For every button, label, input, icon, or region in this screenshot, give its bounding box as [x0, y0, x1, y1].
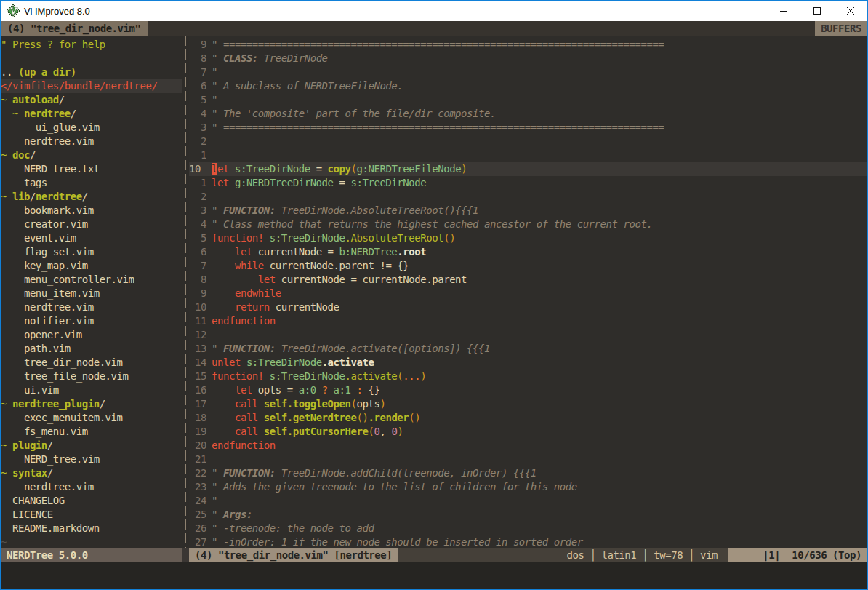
code-line[interactable]: 10 return currentNode [189, 300, 867, 314]
line-text: ~ lib/nerdtree/ [1, 190, 88, 204]
code-line[interactable]: 18 call self.getNerdtree().render() [189, 411, 867, 425]
tree-item[interactable]: .. (up a dir) [1, 65, 182, 79]
tree-item[interactable]: ~ autoload/ [1, 93, 182, 107]
code-line[interactable]: 23" Adds the given treenode to the list … [189, 480, 867, 494]
code-line[interactable]: 11endfunction [189, 314, 867, 328]
tree-item[interactable]: fs_menu.vim [1, 425, 182, 439]
cursor-block: l [212, 163, 217, 175]
line-text: " Adds the given treenode to the list of… [212, 480, 577, 494]
tree-item[interactable]: tags [1, 176, 182, 190]
code-line[interactable]: 13" FUNCTION: TreeDirNode.activate([opti… [189, 342, 867, 356]
tree-item[interactable]: LICENCE [1, 508, 182, 522]
nerdtree-panel[interactable]: " Press ? for help.. (up a dir)</vimfile… [1, 36, 182, 548]
code-line[interactable]: 9 endwhile [189, 287, 867, 300]
line-text: while currentNode.parent != {} [212, 259, 409, 273]
line-text: let opts = a:0 ? a:1 : {} [212, 383, 379, 397]
tree-item[interactable]: ~ lib/nerdtree/ [1, 190, 182, 204]
line-number: 8 [189, 52, 206, 65]
editor-panel[interactable]: 9" =====================================… [189, 36, 867, 548]
code-line[interactable]: 17 call self.toggleOpen(opts) [189, 397, 867, 411]
line-text: CHANGELOG [1, 494, 65, 508]
code-line[interactable]: 7 while currentNode.parent != {} [189, 259, 867, 273]
line-text: " CLASS: TreeDirNode [212, 52, 328, 65]
tree-item[interactable]: ~ [1, 535, 182, 548]
nerdtree-statusline: NERDTree 5.0.0 [1, 548, 182, 562]
tree-item[interactable]: path.vim [1, 342, 182, 356]
close-button[interactable] [834, 1, 867, 21]
code-line[interactable]: 3" =====================================… [189, 121, 867, 135]
line-text: endfunction [212, 314, 276, 328]
tree-item[interactable]: ~ nerdtree/ [1, 107, 182, 121]
tree-item[interactable]: key_map.vim [1, 259, 182, 273]
line-text: exec_menuitem.vim [1, 411, 123, 425]
code-line[interactable]: 1let g:NERDTreeDirNode = s:TreeDirNode [189, 176, 867, 190]
code-line[interactable]: 2 [189, 190, 867, 204]
code-line[interactable]: 24" [189, 494, 867, 508]
tree-item[interactable] [1, 52, 182, 65]
line-text: event.vim [1, 231, 76, 245]
tree-item[interactable]: event.vim [1, 231, 182, 245]
code-line[interactable]: 19 call self.putCursorHere(0, 0) [189, 425, 867, 439]
code-line[interactable]: 20endfunction [189, 439, 867, 453]
tab-tree-dir-node[interactable]: (4) "tree_dir_node.vim" [1, 21, 148, 36]
code-line[interactable]: 21 [189, 453, 867, 466]
window-separator[interactable] [182, 36, 189, 548]
tree-item[interactable]: nerdtree.vim [1, 480, 182, 494]
minimize-button[interactable] [767, 1, 800, 21]
titlebar[interactable]: Vi IMproved 8.0 [1, 1, 867, 21]
tree-item[interactable]: ui_glue.vim [1, 121, 182, 135]
code-line[interactable]: 9" =====================================… [189, 38, 867, 52]
tree-item[interactable]: </vimfiles/bundle/nerdtree/ [1, 79, 182, 93]
maximize-button[interactable] [800, 1, 834, 21]
tree-item[interactable]: CHANGELOG [1, 494, 182, 508]
tree-item[interactable]: ~ doc/ [1, 148, 182, 162]
code-line[interactable]: 6 let currentNode = b:NERDTree.root [189, 245, 867, 259]
command-line[interactable] [1, 562, 867, 589]
tree-item[interactable]: ui.vim [1, 383, 182, 397]
line-text: endfunction [212, 439, 276, 453]
code-line[interactable]: 4" The 'composite' part of the file/dir … [189, 107, 867, 121]
tree-item[interactable]: NERD_tree.txt [1, 162, 182, 176]
code-line[interactable]: 15function! s:TreeDirNode.activate(...) [189, 370, 867, 383]
line-text: README.markdown [1, 522, 100, 535]
tree-item[interactable]: ~ nerdtree_plugin/ [1, 397, 182, 411]
tree-item[interactable]: tree_file_node.vim [1, 370, 182, 383]
tree-item[interactable]: ~ plugin/ [1, 439, 182, 453]
tree-item[interactable]: flag_set.vim [1, 245, 182, 259]
code-line[interactable]: 2 [189, 135, 867, 148]
code-line[interactable]: 26" -treenode: the node to add [189, 522, 867, 535]
code-line[interactable]: 8" CLASS: TreeDirNode [189, 52, 867, 65]
code-line[interactable]: 25" Args: [189, 508, 867, 522]
tree-item[interactable]: notifier.vim [1, 314, 182, 328]
code-line[interactable]: 5function! s:TreeDirNode.AbsoluteTreeRoo… [189, 231, 867, 245]
tree-item[interactable]: nerdtree.vim [1, 300, 182, 314]
code-line[interactable]: 12 [189, 328, 867, 342]
tree-item[interactable]: bookmark.vim [1, 204, 182, 218]
code-line[interactable]: 6" A subclass of NERDTreeFileNode. [189, 79, 867, 93]
code-line[interactable]: 10let s:TreeDirNode = copy(g:NERDTreeFil… [189, 162, 867, 176]
line-text: ui_glue.vim [1, 121, 100, 135]
tree-item[interactable]: ~ syntax/ [1, 466, 182, 480]
tree-item[interactable]: creator.vim [1, 218, 182, 231]
code-line[interactable]: 5" [189, 93, 867, 107]
code-line[interactable]: 27" -inOrder: 1 if the new node should b… [189, 535, 867, 548]
tree-item[interactable]: tree_dir_node.vim [1, 356, 182, 370]
tree-item[interactable]: menu_item.vim [1, 287, 182, 300]
code-line[interactable]: 16 let opts = a:0 ? a:1 : {} [189, 383, 867, 397]
code-line[interactable]: 4" Class method that returns the highest… [189, 218, 867, 231]
line-number: 27 [189, 535, 206, 548]
code-line[interactable]: 3" FUNCTION: TreeDirNode.AbsoluteTreeRoo… [189, 204, 867, 218]
tree-item[interactable]: nerdtree.vim [1, 135, 182, 148]
line-text: ~ nerdtree/ [1, 107, 76, 121]
code-line[interactable]: 8 let currentNode = currentNode.parent [189, 273, 867, 287]
code-line[interactable]: 22" FUNCTION: TreeDirNode.addChild(treen… [189, 466, 867, 480]
tree-item[interactable]: README.markdown [1, 522, 182, 535]
tree-item[interactable]: menu_controller.vim [1, 273, 182, 287]
code-line[interactable]: 14unlet s:TreeDirNode.activate [189, 356, 867, 370]
tree-item[interactable]: " Press ? for help [1, 38, 182, 52]
tree-item[interactable]: opener.vim [1, 328, 182, 342]
tree-item[interactable]: exec_menuitem.vim [1, 411, 182, 425]
code-line[interactable]: 1 [189, 148, 867, 162]
code-line[interactable]: 7" [189, 65, 867, 79]
tree-item[interactable]: NERD_tree.vim [1, 453, 182, 466]
